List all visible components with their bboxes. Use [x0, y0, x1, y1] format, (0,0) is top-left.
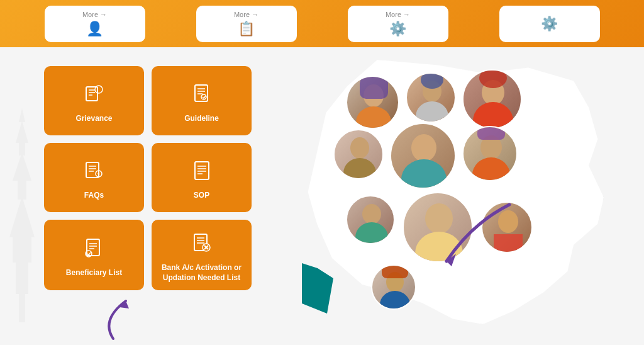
- card-icon-3: ⚙️: [389, 21, 406, 37]
- svg-point-13: [95, 86, 103, 93]
- photo-7: [346, 195, 395, 244]
- bank-activation-tile[interactable]: Bank A/c Activation or Updation Needed L…: [152, 220, 252, 290]
- svg-rect-31: [87, 239, 99, 256]
- right-panel: [270, 47, 644, 345]
- top-card-1: More → 👤: [45, 6, 145, 42]
- card-icon-2: 📋: [238, 21, 255, 37]
- svg-point-48: [416, 101, 448, 123]
- svg-point-45: [356, 106, 391, 129]
- top-card-3: More → ⚙️: [348, 6, 448, 42]
- card-icon-1: 👤: [86, 21, 103, 37]
- photo-2: [406, 72, 456, 123]
- photo-4: [333, 129, 384, 179]
- svg-rect-9: [86, 87, 97, 101]
- faqs-label: FAQs: [84, 191, 104, 201]
- faqs-tile[interactable]: ? FAQs: [44, 143, 144, 212]
- sop-tile[interactable]: SOP: [152, 143, 252, 212]
- top-bar: More → 👤 More → 📋 More → ⚙️ ⚙️: [0, 0, 644, 47]
- svg-point-53: [350, 137, 369, 159]
- photo-1: [346, 76, 399, 129]
- svg-point-55: [411, 134, 436, 162]
- sop-label: SOP: [194, 191, 209, 201]
- svg-point-51: [473, 102, 513, 129]
- main-area: ! Grievance Guideline: [0, 47, 644, 345]
- svg-rect-59: [477, 127, 505, 140]
- svg-point-54: [343, 158, 376, 179]
- top-card-4: ⚙️: [499, 6, 600, 42]
- svg-text:?: ?: [97, 172, 99, 177]
- svg-text:!: !: [97, 88, 99, 93]
- photo-3: [462, 69, 522, 129]
- svg-point-68: [380, 291, 410, 310]
- more-link-3[interactable]: More →: [386, 11, 410, 18]
- grievance-tile[interactable]: ! Grievance: [44, 66, 144, 135]
- purple-arrow: [409, 173, 535, 299]
- more-link-2[interactable]: More →: [234, 11, 258, 18]
- top-card-2: More → 📋: [196, 6, 297, 42]
- sop-icon: [190, 159, 214, 186]
- beneficiary-list-icon: [82, 236, 106, 263]
- bank-activation-label: Bank A/c Activation or Updation Needed L…: [159, 263, 244, 283]
- svg-rect-46: [360, 77, 388, 99]
- grievance-label: Grievance: [75, 114, 112, 124]
- svg-point-61: [355, 222, 388, 244]
- more-link-1[interactable]: More →: [82, 11, 107, 18]
- svg-rect-69: [382, 266, 408, 278]
- grievance-icon: !: [82, 82, 106, 109]
- bank-activation-icon: [190, 231, 214, 258]
- bottom-arrow-annotation: [75, 295, 151, 345]
- menu-grid: ! Grievance Guideline: [44, 66, 252, 290]
- card-icon-4: ⚙️: [541, 16, 558, 32]
- left-panel: ! Grievance Guideline: [0, 47, 270, 345]
- guideline-icon: [190, 82, 214, 109]
- faqs-icon: ?: [82, 159, 106, 186]
- guideline-label: Guideline: [184, 114, 219, 124]
- svg-rect-26: [195, 162, 209, 179]
- beneficiary-list-tile[interactable]: Beneficiary List: [44, 220, 144, 290]
- svg-point-60: [362, 204, 381, 224]
- guideline-tile[interactable]: Guideline: [152, 66, 252, 135]
- beneficiary-list-label: Beneficiary List: [66, 268, 122, 278]
- svg-point-52: [479, 71, 507, 88]
